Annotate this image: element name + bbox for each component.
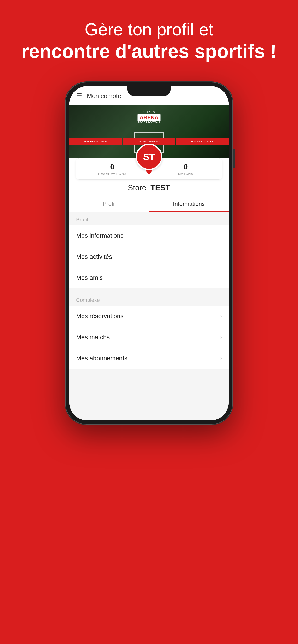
banner-3: ANYTHING CAN HAPPEN. [176, 138, 229, 145]
tab-informations[interactable]: Informations [149, 196, 229, 212]
stat-reservations-label: RÉSERVATIONS [98, 172, 127, 176]
arena-title: ARENA [137, 114, 160, 121]
section-gap-1 [69, 288, 229, 292]
phone-screen: ☰ Mon compte Circus ARENA INDOOR FOOTBAL… [69, 86, 229, 420]
stat-matchs-label: MATCHS [178, 172, 193, 176]
avatar: ST [136, 144, 162, 170]
list-item-mes-matchs-label: Mes matchs [76, 334, 110, 341]
list-item-mes-informations[interactable]: Mes informations › [69, 225, 229, 246]
hero-text: Gère ton profil et rencontre d'autres sp… [2, 19, 296, 63]
hero-text-line2: rencontre d'autres sportifs ! [21, 40, 277, 63]
stat-reservations-number: 0 [110, 162, 114, 171]
tab-profil[interactable]: Profil [69, 196, 149, 212]
user-first-name: Store [128, 183, 146, 192]
chevron-icon-mes-reservations: › [220, 313, 222, 319]
list-item-mes-informations-label: Mes informations [76, 232, 123, 239]
chevron-icon-mes-informations: › [220, 233, 222, 239]
list-item-mes-activites-label: Mes activités [76, 253, 112, 260]
section-header-complexe: Complexe [69, 292, 229, 306]
hero-text-line1: Gère ton profil et [21, 19, 277, 40]
header-title: Mon compte [87, 92, 121, 100]
list-item-mes-abonnements[interactable]: Mes abonnements › [69, 348, 229, 369]
content-list: Profil Mes informations › Mes activités … [69, 212, 229, 420]
banner-1: ANYTHING CAN HAPPEN. [69, 138, 122, 145]
list-item-mes-amis-label: Mes amis [76, 274, 103, 282]
chevron-icon-mes-abonnements: › [220, 355, 222, 362]
circus-label: Circus [137, 110, 160, 114]
phone-notch [127, 86, 171, 96]
list-item-mes-activites[interactable]: Mes activités › [69, 246, 229, 268]
user-name: Store TEST [69, 183, 229, 192]
avatar-pin: ST [136, 144, 162, 175]
list-item-mes-amis[interactable]: Mes amis › [69, 268, 229, 288]
phone-mockup: ☰ Mon compte Circus ARENA INDOOR FOOTBAL… [65, 82, 233, 424]
section-header-profil: Profil [69, 212, 229, 225]
list-item-mes-reservations-label: Mes réservations [76, 312, 123, 320]
arena-subtitle: INDOOR FOOTBALL [137, 121, 160, 124]
arena-logo: Circus ARENA INDOOR FOOTBALL [137, 110, 160, 124]
avatar-pin-tail [145, 170, 153, 175]
tabs-bar: Profil Informations [69, 196, 229, 212]
chevron-icon-mes-matchs: › [220, 334, 222, 340]
stat-matchs-number: 0 [184, 162, 188, 171]
chevron-icon-mes-amis: › [220, 275, 222, 281]
user-last-name: TEST [151, 183, 170, 192]
list-item-mes-abonnements-label: Mes abonnements [76, 354, 127, 362]
list-item-mes-matchs[interactable]: Mes matchs › [69, 327, 229, 348]
hamburger-icon[interactable]: ☰ [76, 92, 82, 100]
list-item-mes-reservations[interactable]: Mes réservations › [69, 306, 229, 327]
chevron-icon-mes-activites: › [220, 254, 222, 260]
